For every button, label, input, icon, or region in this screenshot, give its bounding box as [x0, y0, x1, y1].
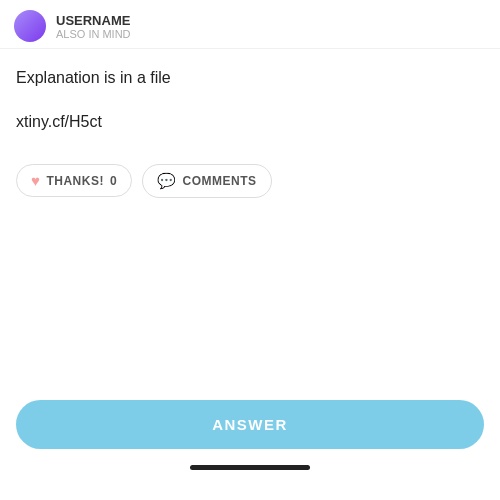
user-meta: ALSO IN MIND — [56, 28, 131, 40]
top-bar: USERNAME ALSO IN MIND — [0, 0, 500, 49]
link-text[interactable]: xtiny.cf/H5ct — [16, 111, 484, 133]
comments-label: COMMENTS — [183, 174, 257, 188]
answer-button[interactable]: ANSWER — [16, 400, 484, 449]
content-area: Explanation is in a file xtiny.cf/H5ct ♥… — [0, 49, 500, 210]
actions-row: ♥ THANKS! 0 💬 COMMENTS — [16, 164, 484, 198]
thanks-count: 0 — [110, 174, 117, 188]
bubble-icon: 💬 — [157, 172, 177, 190]
username: USERNAME — [56, 13, 131, 28]
home-indicator — [190, 465, 310, 470]
avatar — [14, 10, 46, 42]
bottom-area: ANSWER — [16, 400, 484, 470]
heart-icon: ♥ — [31, 172, 40, 189]
thanks-label: THANKS! — [46, 174, 104, 188]
user-info: USERNAME ALSO IN MIND — [56, 13, 131, 40]
thanks-button[interactable]: ♥ THANKS! 0 — [16, 164, 132, 197]
explanation-text: Explanation is in a file — [16, 67, 484, 89]
comments-button[interactable]: 💬 COMMENTS — [142, 164, 272, 198]
